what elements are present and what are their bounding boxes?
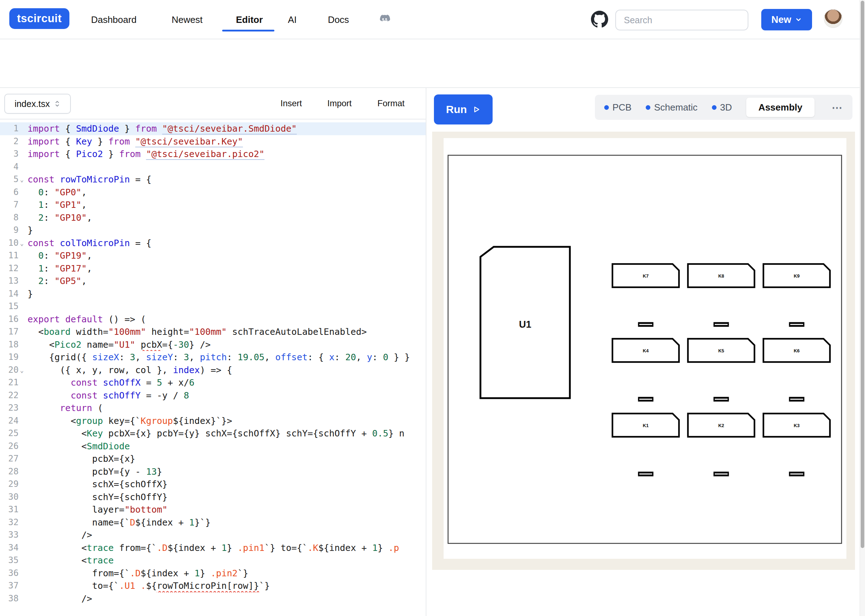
code-line[interactable]: 33 /> <box>0 529 426 542</box>
tscircuit-logo[interactable]: tscircuit <box>9 8 69 29</box>
code-text: 0: "GP19", <box>28 249 426 262</box>
code-line[interactable]: 2import { Key } from "@tsci/seveibar.Key… <box>0 135 426 148</box>
code-line[interactable]: 27 pcbX={x} <box>0 453 426 465</box>
tab-label: PCB <box>612 102 631 113</box>
run-button[interactable]: Run <box>434 94 493 124</box>
code-text: const rowToMicroPin = { <box>28 173 426 186</box>
code-line[interactable]: 1import { SmdDiode } from "@tsci/seveiba… <box>0 123 426 135</box>
code-line[interactable]: 9} <box>0 224 426 237</box>
code-line[interactable]: 22 const schOffY = -y / 8 <box>0 389 426 402</box>
nav-item-ai[interactable]: AI <box>288 14 297 25</box>
code-text: /> <box>28 592 426 605</box>
code-line[interactable]: 7 1: "GP1", <box>0 198 426 211</box>
scrollbar-thumb[interactable] <box>861 1 864 548</box>
fold-chevron-icon[interactable]: ⌄ <box>20 237 24 250</box>
code-text: } <box>28 224 426 237</box>
nav-item-dashboard[interactable]: Dashboard <box>91 14 136 25</box>
code-text: 2: "GP5", <box>28 275 426 288</box>
code-text: from={`.D${index + 1} .pin2`} <box>28 567 426 580</box>
line-number: 28 <box>0 465 19 478</box>
tscircuit-editor-app: tscircuit DashboardNewestEditorAIDocs Ne… <box>0 0 865 616</box>
code-line[interactable]: 19 {grid({ sizeX: 3, sizeY: 3, pitch: 19… <box>0 351 426 364</box>
discord-icon[interactable] <box>377 12 392 27</box>
code-line[interactable]: 13 2: "GP5", <box>0 275 426 288</box>
run-button-label: Run <box>446 104 467 116</box>
tab-label: Schematic <box>654 102 697 113</box>
code-text: schX={schOffX} <box>28 478 426 491</box>
code-line[interactable]: 23 return ( <box>0 402 426 415</box>
tab-3d[interactable]: 3D <box>712 102 732 113</box>
line-number: 34 <box>0 542 19 555</box>
diode-slit <box>639 399 652 400</box>
tab-schematic[interactable]: Schematic <box>646 102 697 113</box>
code-line[interactable]: 11 0: "GP19", <box>0 249 426 262</box>
editor-menu-import[interactable]: Import <box>327 98 352 108</box>
code-line[interactable]: 29 schX={schOffX} <box>0 478 426 491</box>
code-line[interactable]: 12 1: "GP17", <box>0 262 426 275</box>
code-text: ({ x, y, row, col }, index) => { <box>28 364 426 377</box>
code-line[interactable]: 4 <box>0 160 426 173</box>
file-selector[interactable]: index.tsx <box>4 94 71 114</box>
code-line[interactable]: 32 name={`D${index + 1}`} <box>0 516 426 529</box>
line-number: 16 <box>0 313 19 326</box>
tab-pcb[interactable]: PCB <box>604 102 631 113</box>
code-line[interactable]: 15 <box>0 300 426 313</box>
key-label-K6: K6 <box>794 348 800 354</box>
code-line[interactable]: 3import { Pico2 } from "@tsci/seveibar.p… <box>0 148 426 160</box>
code-line[interactable]: 38 /> <box>0 592 426 605</box>
code-line[interactable]: 17 <board width="100mm" height="100mm" s… <box>0 325 426 338</box>
diode-slit <box>715 324 728 325</box>
fold-chevron-icon[interactable]: ⌄ <box>20 173 24 186</box>
code-line[interactable]: 25 <Key pcbX={x} pcbY={y} schX={schOffX}… <box>0 427 426 440</box>
tabs-more-button[interactable]: ⋯ <box>832 101 843 114</box>
line-number: 5 <box>0 173 19 186</box>
editor-menu-insert[interactable]: Insert <box>281 98 302 108</box>
code-line[interactable]: 34 <trace from={`.D${index + 1} .pin1`} … <box>0 542 426 555</box>
code-line[interactable]: 37 to={`.U1 .${rowToMicroPin[row]}`} <box>0 580 426 592</box>
code-line[interactable]: 6 0: "GP0", <box>0 186 426 199</box>
assembly-canvas[interactable]: U1K7K8K9K4K5K6K1K2K3 <box>432 132 855 570</box>
github-icon[interactable] <box>591 11 608 28</box>
code-text: const schOffY = -y / 8 <box>28 389 426 402</box>
key-label-K4: K4 <box>643 348 649 354</box>
code-line[interactable]: 36 from={`.D${index + 1} .pin2`} <box>0 567 426 580</box>
code-line[interactable]: 28 pcbY={y - 13} <box>0 465 426 478</box>
code-line[interactable]: 30 schY={schOffY} <box>0 491 426 504</box>
code-line[interactable]: 10⌄const colToMicroPin = { <box>0 237 426 250</box>
nav-item-editor[interactable]: Editor <box>236 14 262 25</box>
code-line[interactable]: 20⌄ ({ x, y, row, col }, index) => { <box>0 364 426 377</box>
code-text: pcbX={x} <box>28 453 426 465</box>
project-bar: seveibar / nine-key-keyboard 0 Save BOAR… <box>0 39 865 88</box>
search-input[interactable] <box>615 9 748 30</box>
code-text: layer="bottom" <box>28 503 426 516</box>
code-line[interactable]: 5⌄const rowToMicroPin = { <box>0 173 426 186</box>
nav-item-newest[interactable]: Newest <box>172 14 203 25</box>
code-line[interactable]: 16export default () => ( <box>0 313 426 326</box>
code-editor[interactable]: 1import { SmdDiode } from "@tsci/seveiba… <box>0 123 426 605</box>
code-line[interactable]: 18 <Pico2 name="U1" pcbX={-30} /> <box>0 338 426 351</box>
tab-assembly[interactable]: Assembly <box>746 97 815 117</box>
avatar[interactable] <box>824 9 843 28</box>
code-line[interactable]: 26 <SmdDiode <box>0 440 426 453</box>
code-line[interactable]: 31 layer="bottom" <box>0 503 426 516</box>
new-button[interactable]: New <box>761 9 812 30</box>
line-number: 19 <box>0 351 19 364</box>
nav-item-docs[interactable]: Docs <box>328 14 349 25</box>
code-line[interactable]: 35 <trace <box>0 554 426 567</box>
editor-menu-format[interactable]: Format <box>377 98 405 108</box>
code-text: <trace <box>28 554 426 567</box>
code-text: <SmdDiode <box>28 440 426 453</box>
line-number: 14 <box>0 288 19 300</box>
code-text: 2: "GP10", <box>28 211 426 224</box>
code-line[interactable]: 21 const schOffX = 5 + x/6 <box>0 376 426 389</box>
code-line[interactable]: 8 2: "GP10", <box>0 211 426 224</box>
key-label-K3: K3 <box>794 423 800 428</box>
line-number: 38 <box>0 592 19 605</box>
preview-pane: Run PCBSchematic3DAssembly⋯ U1K7K8K9K4K5… <box>427 88 860 616</box>
line-number: 17 <box>0 325 19 338</box>
navbar: tscircuit DashboardNewestEditorAIDocs Ne… <box>0 0 865 39</box>
code-line[interactable]: 24 <group key={`Kgroup${index}`}> <box>0 415 426 427</box>
code-line[interactable]: 14} <box>0 288 426 300</box>
fold-chevron-icon[interactable]: ⌄ <box>20 364 24 377</box>
page-scrollbar[interactable] <box>860 0 865 616</box>
